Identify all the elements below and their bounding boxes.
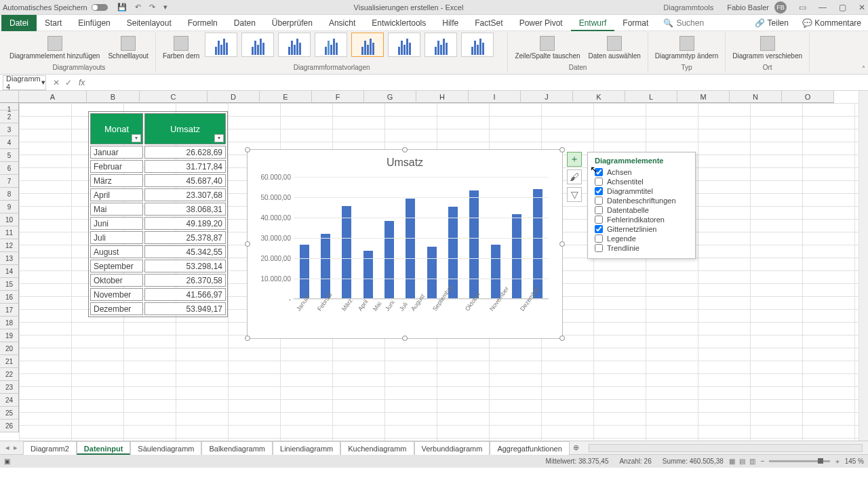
filter-dropdown-icon[interactable]: ▾: [132, 134, 141, 142]
flyout-option[interactable]: Datentabelle: [595, 205, 688, 215]
sheet-tab[interactable]: Säulendiagramm: [130, 441, 201, 455]
flyout-option[interactable]: Legende: [595, 234, 688, 243]
row-header[interactable]: 21: [0, 355, 19, 368]
chart-bar[interactable]: [512, 214, 521, 298]
add-sheet-button[interactable]: ⊕: [570, 443, 583, 452]
resize-handle[interactable]: [559, 336, 565, 341]
quick-layout-button[interactable]: Schnelllayout: [105, 35, 151, 62]
row-header[interactable]: 14: [0, 265, 19, 278]
tab-formeln[interactable]: Formeln: [180, 15, 226, 31]
table-header-umsatz[interactable]: Umsatz▾: [144, 113, 226, 144]
column-header[interactable]: N: [730, 91, 782, 103]
table-row[interactable]: Mai38.068,31: [90, 203, 226, 216]
tell-me-search[interactable]: 🔍 Suchen: [663, 18, 704, 28]
add-chart-element-button[interactable]: Diagrammelement hinzufügen: [7, 35, 102, 62]
flyout-option[interactable]: Gitternetzlinien: [595, 224, 688, 234]
flyout-checkbox[interactable]: [595, 235, 603, 243]
fx-icon[interactable]: fx: [76, 78, 87, 87]
chart-bar[interactable]: [384, 221, 394, 298]
table-row[interactable]: September53.298,14: [90, 260, 226, 272]
change-colors-button[interactable]: Farben dern: [160, 35, 202, 62]
collapse-ribbon-icon[interactable]: ˄: [862, 65, 865, 73]
row-header[interactable]: 26: [0, 420, 19, 432]
flyout-checkbox[interactable]: [595, 197, 603, 205]
horizontal-scrollbar[interactable]: [589, 444, 863, 452]
chart-bar[interactable]: [300, 245, 309, 298]
minimize-icon[interactable]: —: [818, 3, 827, 12]
table-row[interactable]: Juni49.189,20: [90, 217, 226, 230]
column-header[interactable]: D: [208, 91, 260, 103]
sheet-tab[interactable]: Dateninput: [77, 441, 130, 455]
avatar[interactable]: FB: [774, 1, 787, 14]
flyout-checkbox[interactable]: [595, 244, 603, 252]
table-row[interactable]: Juli25.378,87: [90, 231, 226, 244]
row-header[interactable]: 24: [0, 394, 19, 407]
table-row[interactable]: Dezember53.949,17: [90, 302, 226, 315]
row-header[interactable]: 16: [0, 291, 19, 304]
record-macro-icon[interactable]: ▣: [4, 458, 10, 465]
column-header[interactable]: G: [364, 91, 416, 103]
column-header[interactable]: H: [416, 91, 469, 103]
close-icon[interactable]: ✕: [859, 3, 865, 12]
column-header[interactable]: B: [87, 91, 140, 103]
change-chart-type-button[interactable]: Diagrammtyp ändern: [652, 35, 721, 62]
table-row[interactable]: Oktober26.370,58: [90, 274, 226, 287]
filter-dropdown-icon[interactable]: ▾: [214, 134, 224, 142]
table-row[interactable]: Februar31.717,84: [90, 160, 226, 173]
tab-format[interactable]: Format: [614, 15, 656, 31]
tab-daten[interactable]: Daten: [226, 15, 264, 31]
row-header[interactable]: 5: [0, 149, 19, 162]
chart-title[interactable]: Umsatz: [248, 150, 562, 171]
flyout-checkbox[interactable]: [595, 206, 603, 214]
sheet-nav-next-icon[interactable]: ▸: [14, 443, 18, 452]
row-header[interactable]: 10: [0, 214, 19, 226]
table-row[interactable]: November41.566,97: [90, 288, 226, 301]
column-header[interactable]: F: [312, 91, 364, 103]
chart-bar[interactable]: [469, 190, 479, 298]
zoom-in-icon[interactable]: ＋: [834, 457, 841, 466]
chart-elements-button[interactable]: ＋: [567, 152, 582, 167]
column-header[interactable]: E: [260, 91, 312, 103]
row-header[interactable]: 17: [0, 304, 19, 317]
row-header[interactable]: 20: [0, 342, 19, 355]
sheet-tab[interactable]: Liniendiagramm: [273, 441, 340, 455]
flyout-option[interactable]: Trendlinie: [595, 243, 688, 253]
row-header[interactable]: 13: [0, 252, 19, 265]
row-header[interactable]: 8: [0, 188, 19, 201]
resize-handle[interactable]: [559, 241, 565, 247]
chart-bar[interactable]: [427, 247, 437, 298]
cancel-formula-icon[interactable]: ✕: [53, 78, 60, 87]
row-header[interactable]: 3: [0, 123, 19, 136]
chart-styles-button[interactable]: 🖌: [567, 169, 582, 184]
column-header[interactable]: O: [782, 91, 834, 103]
chart-filters-button[interactable]: ▽: [567, 187, 582, 202]
name-box[interactable]: Diagramm 4 ▾: [3, 75, 46, 90]
flyout-option[interactable]: Achsen: [595, 167, 688, 177]
sheet-nav-prev-icon[interactable]: ◂: [5, 443, 9, 452]
chart-bar[interactable]: [342, 206, 351, 298]
chart-bar[interactable]: [321, 234, 330, 298]
row-header[interactable]: 2: [0, 110, 19, 123]
zoom-out-icon[interactable]: −: [761, 458, 765, 465]
row-header[interactable]: 4: [0, 136, 19, 149]
sheet-tab[interactable]: Balkendiagramm: [201, 441, 273, 455]
column-header[interactable]: I: [469, 91, 521, 103]
tab-entwicklertools[interactable]: Entwicklertools: [363, 15, 434, 31]
row-header[interactable]: 1: [0, 103, 19, 110]
tab-einfuegen[interactable]: Einfügen: [70, 15, 118, 31]
zoom-level[interactable]: 145 %: [845, 458, 864, 465]
comments-button[interactable]: 💬 Kommentare: [795, 18, 868, 28]
column-header[interactable]: J: [521, 91, 573, 103]
row-header[interactable]: 9: [0, 201, 19, 214]
resize-handle[interactable]: [402, 147, 408, 152]
row-header[interactable]: 22: [0, 368, 19, 381]
flyout-option[interactable]: Fehlerindikatoren: [595, 215, 688, 224]
worksheet-grid[interactable]: ABCDEFGHIJKLMNO 123456789101112131415161…: [0, 91, 868, 441]
sheet-tab[interactable]: Verbunddiagramm: [414, 441, 490, 455]
share-button[interactable]: 🔗 Teilen: [748, 18, 795, 28]
flyout-checkbox[interactable]: [595, 178, 603, 186]
resize-handle[interactable]: [245, 336, 250, 341]
zoom-slider[interactable]: [769, 460, 830, 462]
move-chart-button[interactable]: Diagramm verschieben: [730, 35, 805, 62]
row-header[interactable]: 25: [0, 407, 19, 420]
